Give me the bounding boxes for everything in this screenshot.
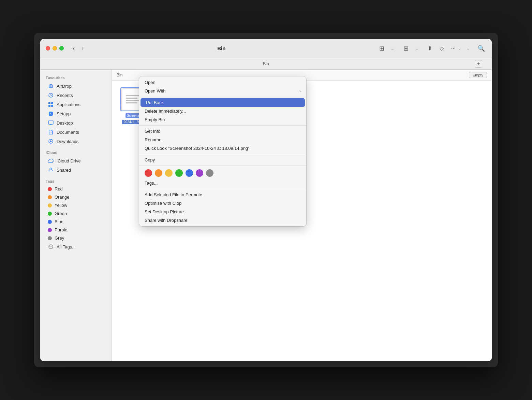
sidebar-green-label: Green	[55, 211, 67, 216]
sidebar-item-desktop[interactable]: Desktop	[42, 118, 109, 127]
svg-point-11	[50, 168, 52, 170]
cm-delete-immediately[interactable]: Delete Immediately...	[139, 107, 306, 115]
tab-label: Bin	[263, 61, 269, 66]
cm-put-back-label: Put Back	[146, 100, 164, 105]
sidebar-item-downloads[interactable]: Downloads	[42, 137, 109, 146]
sidebar-icloud-label: iCloud Drive	[57, 158, 81, 163]
maximize-button[interactable]	[59, 46, 64, 51]
cm-tag-red[interactable]	[145, 169, 152, 177]
setapp-icon: S	[48, 111, 54, 117]
more-group: ··· ⌄	[450, 44, 461, 53]
all-tags-icon	[48, 244, 54, 250]
cm-sep-2	[139, 125, 306, 126]
sidebar-orange-label: Orange	[55, 195, 69, 200]
cm-tag-purple[interactable]	[196, 169, 203, 177]
blue-dot	[48, 220, 52, 224]
cm-tags-menu[interactable]: Tags...	[139, 179, 306, 187]
svg-rect-3	[48, 102, 50, 104]
sidebar-item-setapp[interactable]: S Setapp	[42, 109, 109, 118]
sidebar-grey-label: Grey	[55, 235, 64, 241]
green-dot	[48, 212, 52, 216]
sidebar-shared-label: Shared	[57, 168, 71, 173]
cm-optimise-label: Optimise with Clop	[145, 201, 181, 206]
sidebar-item-icloud-drive[interactable]: iCloud Drive	[42, 156, 109, 165]
cm-get-info[interactable]: Get Info	[139, 127, 306, 135]
sidebar-recents-label: Recents	[57, 93, 73, 98]
cm-add-permute-label: Add Selected File to Permute	[145, 192, 202, 197]
cm-open-with[interactable]: Open With ›	[139, 87, 306, 95]
svg-point-15	[51, 246, 52, 247]
svg-text:S: S	[49, 113, 51, 116]
cm-empty-bin[interactable]: Empty Bin	[139, 115, 306, 124]
cm-set-desktop[interactable]: Set Desktop Picture	[139, 208, 306, 216]
sidebar-item-green[interactable]: Green	[42, 210, 109, 217]
cm-quick-look-label: Quick Look "Screenshot 2024-10-24 at 18.…	[145, 146, 250, 151]
tag-icon[interactable]: ◇	[438, 44, 445, 53]
cm-quick-look[interactable]: Quick Look "Screenshot 2024-10-24 at 18.…	[139, 144, 306, 153]
view-grid2-chevron-icon[interactable]: ⌄	[415, 46, 419, 51]
cm-optimise-clop[interactable]: Optimise with Clop	[139, 199, 306, 208]
sidebar-airdrop-label: AirDrop	[57, 84, 72, 89]
close-button[interactable]	[46, 46, 50, 51]
sidebar-item-grey[interactable]: Grey	[42, 234, 109, 242]
view-chevron-icon[interactable]: ⌄	[390, 46, 395, 51]
airdrop-icon	[48, 83, 54, 89]
share-icon[interactable]: ⬆	[426, 44, 433, 53]
cm-put-back[interactable]: Put Back	[141, 98, 305, 107]
sidebar-item-applications[interactable]: Applications	[42, 100, 109, 109]
cm-tag-yellow[interactable]	[165, 169, 173, 177]
sidebar-applications-label: Applications	[57, 102, 80, 107]
cm-open[interactable]: Open	[139, 78, 306, 87]
view-grid2-icon[interactable]: ⊞	[402, 43, 410, 54]
cm-add-permute[interactable]: Add Selected File to Permute	[139, 190, 306, 199]
toolbar-actions: ⊞ ⌄ ⊞ ⌄ ⬆ ◇ ··· ⌄ ⌄ 🔍	[378, 43, 486, 54]
cm-share-dropshare[interactable]: Share with Dropshare	[139, 216, 306, 225]
cm-open-with-label: Open With	[145, 88, 165, 94]
cm-tag-green[interactable]	[175, 169, 183, 177]
cm-tag-grey[interactable]	[206, 169, 213, 177]
minimize-button[interactable]	[53, 46, 57, 51]
sidebar-item-purple[interactable]: Purple	[42, 226, 109, 234]
sidebar-item-yellow[interactable]: Yellow	[42, 201, 109, 209]
cm-tags-row	[139, 167, 306, 179]
sidebar-item-blue[interactable]: Blue	[42, 218, 109, 226]
sidebar-item-all-tags[interactable]: All Tags...	[42, 242, 109, 251]
sort-chevron-icon[interactable]: ⌄	[466, 46, 470, 51]
cm-delete-label: Delete Immediately...	[145, 109, 186, 114]
cm-tags-label: Tags...	[145, 181, 158, 186]
svg-point-1	[50, 85, 51, 87]
favourites-label: Favourites	[40, 74, 112, 81]
icloud-icon	[48, 158, 54, 164]
sidebar-item-airdrop[interactable]: AirDrop	[42, 82, 109, 90]
tags-label: Tags	[40, 177, 112, 185]
cm-sep-3	[139, 154, 306, 154]
more-chevron-icon[interactable]: ⌄	[458, 46, 461, 51]
search-icon[interactable]: 🔍	[476, 43, 486, 54]
red-dot	[48, 187, 52, 191]
applications-icon	[48, 101, 54, 108]
tab-add-button[interactable]: +	[475, 60, 482, 68]
sidebar-item-red[interactable]: Red	[42, 185, 109, 193]
sidebar-item-documents[interactable]: Documents	[42, 128, 109, 137]
sidebar-item-recents[interactable]: Recents	[42, 91, 109, 100]
cm-copy-label: Copy	[145, 157, 155, 162]
documents-icon	[48, 129, 54, 135]
context-menu: Open Open With › Put Back	[139, 76, 306, 226]
cm-set-desktop-label: Set Desktop Picture	[145, 209, 184, 214]
window-wrapper: ‹ › Bin ⊞ ⌄ ⊞ ⌄ ⬆ ◇ ··· ⌄ ⌄ 🔍 Bin	[34, 33, 498, 367]
cm-tag-blue[interactable]	[186, 169, 193, 177]
cm-empty-bin-label: Empty Bin	[145, 117, 165, 122]
svg-rect-9	[48, 121, 53, 124]
sidebar-item-orange[interactable]: Orange	[42, 193, 109, 201]
context-menu-overlay: Open Open With › Put Back	[112, 70, 492, 361]
more-icon[interactable]: ···	[450, 44, 457, 53]
cm-tag-orange[interactable]	[155, 169, 162, 177]
sidebar-item-shared[interactable]: Shared	[42, 166, 109, 174]
sidebar-blue-label: Blue	[55, 219, 63, 224]
svg-rect-6	[51, 105, 53, 107]
view-grid-icon[interactable]: ⊞	[378, 43, 386, 54]
cm-rename[interactable]: Rename	[139, 135, 306, 144]
cm-open-with-arrow: ›	[299, 89, 301, 94]
cm-copy[interactable]: Copy	[139, 156, 306, 164]
cm-share-label: Share with Dropshare	[145, 218, 188, 223]
